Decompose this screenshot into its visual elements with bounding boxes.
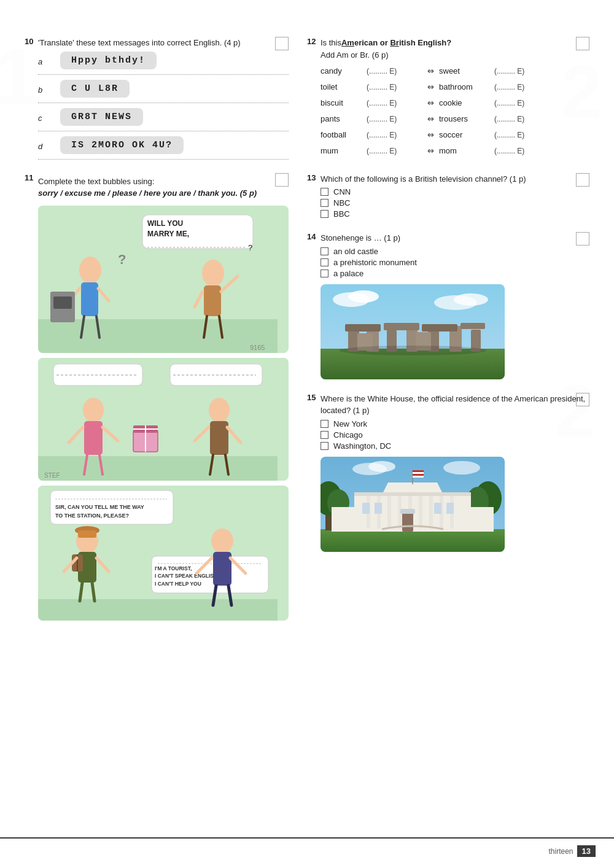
dotline-d xyxy=(38,159,289,160)
q12-word2-cookie: cookie xyxy=(439,96,494,110)
cartoon-3-svg: SIR, CAN YOU TELL ME THE WAY TO THE STAT… xyxy=(38,486,278,621)
svg-rect-82 xyxy=(345,324,381,331)
q15-checkbox-chicago[interactable] xyxy=(321,431,328,439)
q12-arrow-mum: ⇔ xyxy=(422,144,439,158)
page: 1 2 2 2 2 10 'Translate' these text mess… xyxy=(0,0,614,868)
q12-text2: erican or xyxy=(354,38,391,47)
svg-rect-83 xyxy=(384,323,419,330)
q12-row-pants: pants (......... E) ⇔ trousers (........… xyxy=(307,111,589,127)
q12-word1-toilet: toilet xyxy=(321,80,367,94)
q12-row-biscuit: biscuit (......... E) ⇔ cookie (........… xyxy=(307,95,589,111)
q11-number: 11 xyxy=(25,173,33,182)
svg-point-131 xyxy=(443,461,480,475)
q14-option-2: a prehistoric monument xyxy=(307,258,589,267)
q15-number: 15 xyxy=(307,393,316,402)
svg-rect-94 xyxy=(321,529,505,552)
q15-option-dc: Washington, DC xyxy=(307,441,589,451)
svg-rect-118 xyxy=(434,503,441,514)
svg-rect-116 xyxy=(362,503,370,514)
svg-rect-120 xyxy=(402,511,413,532)
q13-label-bbc: BBC xyxy=(333,209,350,219)
q13-label-nbc: NBC xyxy=(333,198,350,207)
q12-word2-bathroom: bathroom xyxy=(439,80,494,94)
q13-checkbox-cnn[interactable] xyxy=(321,188,328,196)
right-column: 12 Is thisAmerican or British English? A… xyxy=(307,37,589,634)
q10-number: 10 xyxy=(25,37,33,46)
q13-checkbox-nbc[interactable] xyxy=(321,199,328,207)
footer-text: thirteen xyxy=(549,847,573,856)
dotline-a xyxy=(38,74,289,75)
q12-word2-trousers: trousers xyxy=(439,112,494,126)
svg-rect-40 xyxy=(210,421,228,455)
svg-rect-126 xyxy=(413,472,424,474)
q10-score-box xyxy=(275,37,289,50)
svg-text:?: ? xyxy=(118,252,126,267)
q14-option-3: a palace xyxy=(307,269,589,278)
svg-text:I'M A TOURIST,: I'M A TOURIST, xyxy=(155,565,192,572)
whitehouse-svg xyxy=(321,457,505,552)
svg-text:I CAN'T HELP YOU: I CAN'T HELP YOU xyxy=(155,581,201,587)
svg-text:9165: 9165 xyxy=(250,344,265,351)
msg-b-row: b C U L8R xyxy=(25,80,289,100)
msg-a-label: a xyxy=(38,57,49,66)
q14-label-3: a palace xyxy=(333,269,363,278)
q13-text: Which of the following is a British tele… xyxy=(321,173,589,185)
q12-score-box xyxy=(576,37,589,50)
q15-checkbox-dc[interactable] xyxy=(321,442,328,450)
q12-arrow-biscuit: ⇔ xyxy=(422,96,439,110)
svg-rect-84 xyxy=(422,324,457,331)
q10-text: 'Translate' these text messages into cor… xyxy=(38,37,241,49)
msg-b-box: C U L8R xyxy=(60,80,130,98)
msg-d-box: IS 2MORO OK 4U? xyxy=(60,136,184,154)
msg-d-row: d IS 2MORO OK 4U? xyxy=(25,136,289,157)
q12-word2-mom: mom xyxy=(439,144,494,158)
q12-instruction-text: Is thisAmerican or British English? Add … xyxy=(321,37,589,61)
q12-arrow-football: ⇔ xyxy=(422,128,439,142)
cartoon-2-svg: STEF xyxy=(38,358,278,481)
q12-blank1-toilet: (......... E) xyxy=(367,81,422,93)
question-14: 14 Stonehenge is … (1 p) an old castle a… xyxy=(307,232,589,379)
svg-rect-117 xyxy=(375,503,382,514)
q12-number: 12 xyxy=(307,37,316,46)
svg-point-7 xyxy=(79,257,101,284)
question-11: 11 Complete the text bubbles using: sorr… xyxy=(25,173,289,621)
svg-rect-24 xyxy=(38,456,278,481)
q12-sub: Add Am or Br. (6 p) xyxy=(321,50,389,60)
svg-point-92 xyxy=(454,293,488,306)
msg-c-box: GR8T NEWS xyxy=(60,108,143,126)
svg-rect-128 xyxy=(413,476,424,478)
svg-text:STEF: STEF xyxy=(44,472,60,479)
dotline-b xyxy=(38,103,289,103)
svg-text:?: ? xyxy=(248,243,252,252)
svg-point-130 xyxy=(368,461,395,472)
svg-point-67 xyxy=(211,529,233,553)
q14-checkbox-1[interactable] xyxy=(321,247,328,255)
cartoon-1-svg: WILL YOU MARRY ME, ? xyxy=(38,206,278,353)
svg-rect-127 xyxy=(413,474,424,476)
q12-text: Is this xyxy=(321,38,341,47)
q15-option-ny: New York xyxy=(307,419,589,428)
msg-b-label: b xyxy=(38,85,49,95)
stonehenge-image xyxy=(321,284,505,379)
q15-checkbox-ny[interactable] xyxy=(321,420,328,428)
q12-am: Am xyxy=(341,38,354,47)
left-column: 10 'Translate' these text messages into … xyxy=(25,37,289,634)
q12-arrow-candy: ⇔ xyxy=(422,64,439,78)
q11-instruction: Complete the text bubbles using: sorry /… xyxy=(25,176,289,200)
svg-rect-123 xyxy=(469,507,494,532)
q14-checkbox-3[interactable] xyxy=(321,269,328,277)
q12-blank2-soccer: (......... E) xyxy=(494,129,550,141)
q14-checkbox-2[interactable] xyxy=(321,258,328,266)
svg-rect-30 xyxy=(84,421,103,455)
q13-checkbox-bbc[interactable] xyxy=(321,210,328,218)
q12-text3: itish English? xyxy=(399,38,451,47)
cartoon-2: STEF xyxy=(38,358,289,481)
svg-rect-109 xyxy=(419,495,422,529)
question-13: 13 Which of the following is a British t… xyxy=(307,173,589,219)
svg-point-29 xyxy=(83,398,104,422)
q12-blank2-cookie: (......... E) xyxy=(494,97,550,109)
svg-point-39 xyxy=(209,398,230,422)
q12-arrow-pants: ⇔ xyxy=(422,112,439,126)
q12-arrow-toilet: ⇔ xyxy=(422,80,439,94)
question-10: 10 'Translate' these text messages into … xyxy=(25,37,289,160)
